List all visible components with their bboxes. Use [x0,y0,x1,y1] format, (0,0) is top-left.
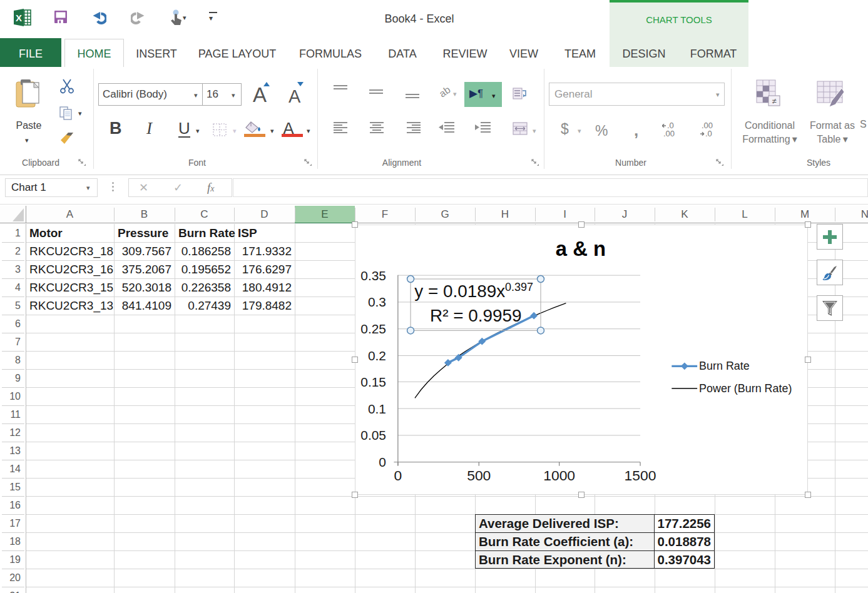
svg-text:1500: 1500 [625,467,656,484]
svg-text:0: 0 [394,467,402,484]
svg-text:.0: .0 [705,129,712,138]
svg-text:a & n: a & n [556,237,606,260]
svg-text:0.35: 0.35 [360,268,386,283]
svg-text:.00: .00 [663,129,675,138]
svg-text:y = 0.0189x0.397: y = 0.0189x0.397 [414,281,533,302]
svg-text:≠: ≠ [772,96,776,106]
svg-text:0.2: 0.2 [368,348,386,363]
svg-text:500: 500 [467,467,491,484]
svg-text:0.25: 0.25 [360,322,386,336]
svg-text:0.3: 0.3 [368,295,386,309]
svg-text:0.15: 0.15 [360,375,386,389]
svg-text:0: 0 [379,455,386,469]
svg-text:X: X [16,13,22,23]
svg-text:1000: 1000 [543,467,575,484]
svg-text:Power (Burn Rate): Power (Burn Rate) [699,382,792,395]
svg-text:0.05: 0.05 [360,428,386,442]
svg-text:R² = 0.9959: R² = 0.9959 [430,306,521,325]
svg-text:0.1: 0.1 [368,402,386,416]
svg-text:Burn Rate: Burn Rate [699,360,750,372]
